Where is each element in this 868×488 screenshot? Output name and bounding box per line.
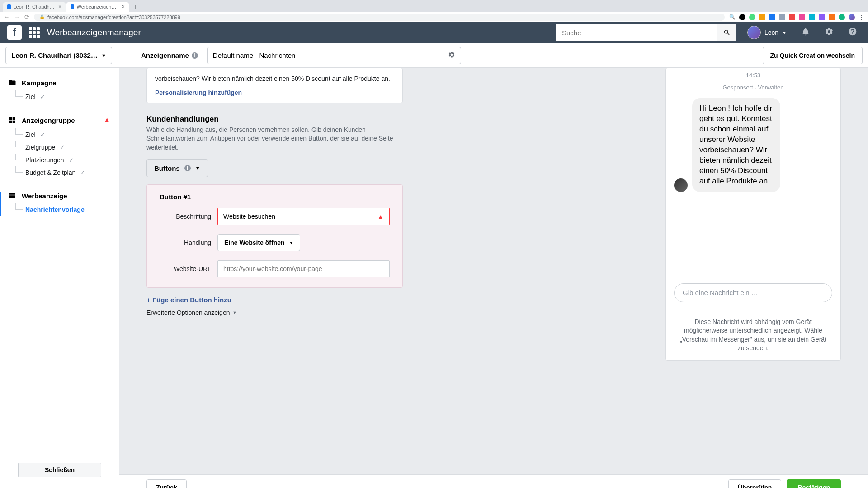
profile-icon[interactable] bbox=[849, 14, 855, 20]
ad-name-input[interactable] bbox=[213, 52, 448, 59]
extension-icon[interactable] bbox=[829, 14, 835, 20]
search-input[interactable] bbox=[556, 24, 717, 41]
browser-tab-active[interactable]: Werbeanzeigenmanager - Cre × bbox=[66, 2, 129, 12]
warning-icon: ▲ bbox=[377, 213, 384, 221]
url-field[interactable]: 🔒 facebook.com/adsmanager/creation?act=3… bbox=[34, 14, 725, 21]
action-select[interactable]: Eine Website öffnen ▼ bbox=[217, 234, 300, 251]
quick-creation-button[interactable]: Zu Quick Creation wechseln bbox=[763, 47, 863, 64]
sidebar-group-label: Werbeanzeige bbox=[22, 192, 67, 200]
gear-icon[interactable] bbox=[821, 27, 837, 38]
sidebar-adset[interactable]: Anzeigengruppe ▲ Ziel ✓ Zielgruppe ✓ Pla… bbox=[8, 116, 111, 179]
check-icon: ✓ bbox=[40, 131, 45, 138]
extension-icon[interactable] bbox=[759, 14, 765, 20]
sidebar-group-label: Anzeigengruppe bbox=[22, 117, 75, 124]
personalize-link[interactable]: Personalisierung hinzufügen bbox=[155, 89, 394, 96]
buttons-type-dropdown[interactable]: Buttons i ▼ bbox=[146, 159, 208, 177]
add-button-link[interactable]: + Füge einen Button hinzu bbox=[146, 296, 403, 304]
section-title: Kundenhandlungen bbox=[146, 115, 403, 124]
section-desc: Wähle die Handlung aus, die Personen vor… bbox=[146, 126, 400, 152]
sidebar-item-ziel[interactable]: Ziel ✓ bbox=[15, 128, 111, 141]
check-icon: ✓ bbox=[69, 157, 74, 164]
avatar bbox=[747, 26, 761, 39]
sidebar-item-ziel[interactable]: Ziel ✓ bbox=[15, 90, 111, 103]
user-chip[interactable]: Leon ▼ bbox=[744, 24, 790, 41]
extension-icons: 🔍 ⋮ bbox=[729, 14, 864, 20]
close-button[interactable]: Schließen bbox=[18, 463, 101, 477]
url-input[interactable] bbox=[223, 261, 384, 277]
search-icon bbox=[723, 29, 731, 36]
extension-icon[interactable] bbox=[779, 14, 785, 20]
label-input[interactable] bbox=[223, 213, 377, 220]
sub-header: Leon R. Chaudhari (3032… ▼ Anzeigenname … bbox=[0, 43, 868, 68]
extension-icon[interactable] bbox=[789, 14, 795, 20]
preview-time: 14:53 bbox=[666, 68, 840, 82]
account-name: Leon R. Chaudhari (3032… bbox=[11, 52, 98, 59]
chevron-down-icon: ▼ bbox=[289, 240, 294, 245]
lock-icon: 🔒 bbox=[39, 14, 45, 19]
warning-icon: ▲ bbox=[103, 116, 111, 125]
back-button[interactable]: Zurück bbox=[146, 479, 187, 488]
extension-icon[interactable] bbox=[739, 14, 745, 20]
account-dropdown[interactable]: Leon R. Chaudhari (3032… ▼ bbox=[5, 47, 112, 64]
extension-icon[interactable] bbox=[809, 14, 815, 20]
sidebar-campaign[interactable]: Kampagne Ziel ✓ bbox=[8, 79, 111, 103]
extension-icon[interactable] bbox=[819, 14, 825, 20]
sidebar-group-label: Kampagne bbox=[22, 79, 57, 87]
tab-title: Leon R. Chaudhari | Facebook bbox=[14, 4, 56, 9]
chevron-down-icon: ▼ bbox=[232, 310, 236, 315]
back-icon[interactable]: ← bbox=[4, 14, 9, 20]
sidebar-item-budget[interactable]: Budget & Zeitplan ✓ bbox=[15, 166, 111, 179]
close-icon[interactable]: × bbox=[58, 4, 61, 10]
facebook-favicon bbox=[71, 4, 74, 9]
info-icon: i bbox=[184, 165, 191, 171]
menu-icon[interactable]: ⋮ bbox=[859, 14, 864, 20]
sidebar: Kampagne Ziel ✓ Anzeigengruppe ▲ bbox=[0, 68, 119, 488]
check-icon: ✓ bbox=[60, 144, 65, 151]
review-button[interactable]: Überprüfen bbox=[728, 479, 781, 488]
advanced-options-link[interactable]: Erweiterte Optionen anzeigen ▼ bbox=[146, 309, 403, 316]
close-icon[interactable]: × bbox=[122, 4, 125, 10]
confirm-button[interactable]: Bestätigen bbox=[787, 479, 841, 488]
check-icon: ✓ bbox=[80, 169, 85, 176]
notifications-icon[interactable] bbox=[797, 27, 814, 38]
ad-icon bbox=[8, 192, 16, 200]
gear-icon[interactable] bbox=[448, 51, 455, 60]
preview-panel: 14:53 Gesponsert · Verwalten Hi Leon ! I… bbox=[665, 68, 841, 361]
app-grid-icon[interactable] bbox=[29, 27, 40, 38]
sidebar-ad[interactable]: Werbeanzeige Nachrichtenvorlage bbox=[0, 192, 111, 216]
preview-footer: Diese Nachricht wird abhängig vom Gerät … bbox=[666, 310, 840, 360]
message-input[interactable]: Gib eine Nachricht ein … bbox=[674, 283, 832, 302]
ad-name-input-wrap bbox=[207, 47, 461, 64]
facebook-logo[interactable]: f bbox=[7, 25, 22, 40]
url-input-wrap bbox=[217, 260, 390, 277]
avatar bbox=[674, 178, 688, 192]
info-icon[interactable]: i bbox=[192, 52, 198, 59]
bottom-bar: Zurück Überprüfen Bestätigen bbox=[119, 474, 868, 488]
reload-icon[interactable]: ⟳ bbox=[24, 14, 29, 20]
tab-title: Werbeanzeigenmanager - Cre bbox=[77, 4, 119, 9]
chevron-down-icon: ▼ bbox=[195, 165, 200, 171]
search-button[interactable] bbox=[717, 24, 736, 41]
facebook-topbar: f Werbeanzeigenmanager Leon ▼ bbox=[0, 22, 868, 43]
browser-tab[interactable]: Leon R. Chaudhari | Facebook × bbox=[3, 2, 66, 12]
search-wrap bbox=[556, 24, 736, 41]
sidebar-item-zielgruppe[interactable]: Zielgruppe ✓ bbox=[15, 141, 111, 154]
extension-icon[interactable] bbox=[799, 14, 805, 20]
zoom-icon[interactable]: 🔍 bbox=[729, 14, 736, 20]
user-name: Leon bbox=[764, 29, 778, 36]
facebook-favicon bbox=[7, 4, 11, 9]
browser-chrome: Leon R. Chaudhari | Facebook × Werbeanze… bbox=[0, 0, 868, 22]
help-icon[interactable] bbox=[844, 27, 861, 38]
message-bubble: Hi Leon ! Ich hoffe dir geht es gut. Kon… bbox=[692, 98, 780, 192]
button-config-title: Button #1 bbox=[160, 193, 390, 201]
message-card: vorbeischauen? Wir bieten nämlich dezeit… bbox=[146, 68, 403, 103]
sidebar-item-platzierungen[interactable]: Platzierungen ✓ bbox=[15, 154, 111, 166]
new-tab-button[interactable]: + bbox=[131, 3, 139, 11]
sidebar-item-nachrichtenvorlage[interactable]: Nachrichtenvorlage bbox=[15, 203, 111, 216]
label-input-wrap: ▲ bbox=[217, 208, 390, 225]
extension-icon[interactable] bbox=[839, 14, 845, 20]
chevron-down-icon: ▼ bbox=[782, 30, 787, 35]
url-text: facebook.com/adsmanager/creation?act=303… bbox=[47, 14, 180, 20]
extension-icon[interactable] bbox=[749, 14, 755, 20]
extension-icon[interactable] bbox=[769, 14, 775, 20]
